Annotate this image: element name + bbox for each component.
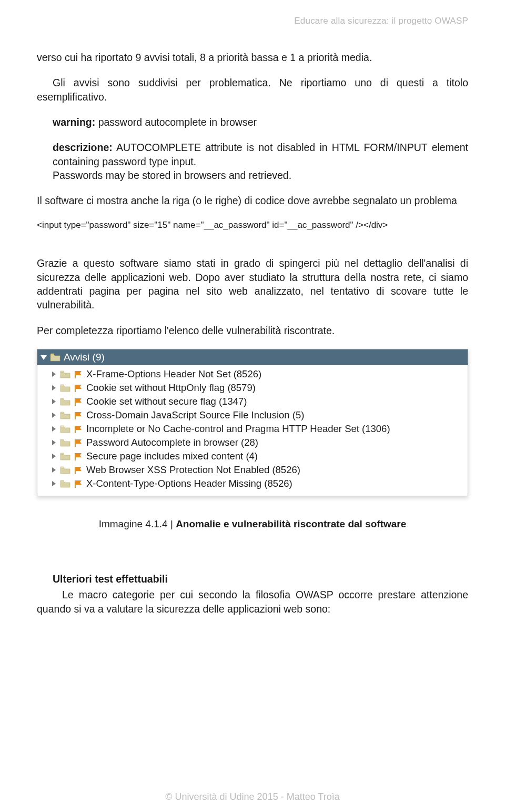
- alert-item-label: X-Content-Type-Options Header Missing (8…: [86, 478, 292, 489]
- caption-bold: Anomalie e vulnerabilità riscontrate dal…: [176, 518, 406, 529]
- folder-open-icon: [50, 353, 60, 362]
- caret-right-icon: [52, 399, 56, 404]
- alert-item[interactable]: Cross-Domain JavaScript Source File Incl…: [37, 408, 468, 422]
- alert-item-label: Incomplete or No Cache-control and Pragm…: [86, 423, 390, 435]
- description-text: AUTOCOMPLETE attribute is not disabled i…: [53, 142, 468, 167]
- caret-right-icon: [52, 454, 56, 459]
- caret-right-icon: [52, 481, 56, 486]
- caption-prefix: Immagine 4.1.4 |: [99, 518, 176, 529]
- figure-caption: Immagine 4.1.4 | Anomalie e vulnerabilit…: [37, 518, 468, 530]
- svg-rect-6: [75, 453, 76, 460]
- folder-icon: [60, 397, 70, 406]
- paragraph: Grazie a questo software siamo stati in …: [37, 256, 468, 312]
- description-line-2: Passwords may be stored in browsers and …: [53, 168, 468, 182]
- caret-right-icon: [52, 385, 56, 390]
- alert-item[interactable]: Secure page includes mixed content (4): [37, 449, 468, 463]
- alerts-tree-title: Avvisi (9): [64, 352, 105, 363]
- flag-icon: [74, 425, 83, 433]
- paragraph: Gli avvisi sono suddivisi per problemati…: [37, 76, 468, 104]
- description-line: descrizione: AUTOCOMPLETE attribute is n…: [53, 141, 468, 168]
- alert-item-label: Cross-Domain JavaScript Source File Incl…: [86, 409, 304, 421]
- folder-icon: [60, 438, 70, 447]
- svg-rect-3: [75, 412, 76, 419]
- warning-text: password autocomplete in browser: [95, 116, 257, 128]
- flag-icon: [74, 479, 83, 488]
- alert-item-label: Password Autocomplete in browser (28): [86, 437, 258, 448]
- caret-right-icon: [52, 413, 56, 418]
- running-header: Educare alla sicurezza: il progetto OWAS…: [37, 16, 468, 26]
- caret-right-icon: [52, 440, 56, 445]
- alerts-tree-screenshot: Avvisi (9) X-Frame-Options Header Not Se…: [37, 349, 468, 496]
- svg-rect-1: [75, 385, 76, 392]
- alert-item[interactable]: Incomplete or No Cache-control and Pragm…: [37, 422, 468, 436]
- paragraph: Per completezza riportiamo l'elenco dell…: [37, 324, 468, 337]
- caret-right-icon: [52, 426, 56, 432]
- folder-icon: [60, 384, 70, 392]
- flag-icon: [74, 384, 83, 392]
- alert-item-label: Cookie set without HttpOnly flag (8579): [86, 382, 256, 394]
- svg-rect-5: [75, 439, 76, 447]
- flag-icon: [74, 466, 83, 474]
- folder-icon: [60, 425, 70, 433]
- paragraph: Le macro categorie per cui secondo la fi…: [37, 588, 468, 616]
- caret-down-icon: [41, 355, 47, 360]
- flag-icon: [74, 411, 83, 419]
- alert-item-label: Web Browser XSS Protection Not Enabled (…: [86, 464, 300, 476]
- alert-item-label: Cookie set without secure flag (1347): [86, 396, 247, 407]
- alert-item-label: Secure page includes mixed content (4): [86, 450, 258, 462]
- section-heading: Ulteriori test effettuabili: [53, 572, 468, 586]
- svg-rect-4: [75, 426, 76, 433]
- folder-icon: [60, 466, 70, 474]
- alert-item[interactable]: Web Browser XSS Protection Not Enabled (…: [37, 463, 468, 477]
- description-label: descrizione:: [53, 142, 113, 153]
- alert-item[interactable]: X-Content-Type-Options Header Missing (8…: [37, 477, 468, 490]
- svg-rect-7: [75, 467, 76, 474]
- alert-item-label: X-Frame-Options Header Not Set (8526): [86, 368, 261, 380]
- caret-right-icon: [52, 372, 56, 377]
- alerts-tree-body: X-Frame-Options Header Not Set (8526) Co…: [37, 365, 468, 496]
- caret-right-icon: [52, 467, 56, 473]
- folder-icon: [60, 479, 70, 488]
- folder-icon: [60, 452, 70, 460]
- alert-item[interactable]: Cookie set without secure flag (1347): [37, 395, 468, 408]
- svg-rect-8: [75, 480, 76, 488]
- alert-item[interactable]: Cookie set without HttpOnly flag (8579): [37, 381, 468, 395]
- page-footer: © Università di Udine 2015 - Matteo Troì…: [0, 791, 505, 803]
- warning-line: warning: password autocomplete in browse…: [37, 115, 468, 129]
- flag-icon: [74, 370, 83, 378]
- alerts-tree-header[interactable]: Avvisi (9): [37, 349, 468, 365]
- folder-icon: [60, 411, 70, 419]
- flag-icon: [74, 397, 83, 406]
- svg-rect-2: [75, 398, 76, 406]
- paragraph: Il software ci mostra anche la riga (o l…: [37, 194, 468, 207]
- paragraph: verso cui ha riportato 9 avvisi totali, …: [37, 51, 468, 64]
- flag-icon: [74, 452, 83, 460]
- code-snippet: <input type="password" size="15" name="_…: [37, 219, 468, 232]
- svg-rect-0: [75, 371, 76, 378]
- folder-icon: [60, 370, 70, 378]
- alert-item[interactable]: X-Frame-Options Header Not Set (8526): [37, 367, 468, 381]
- alert-item[interactable]: Password Autocomplete in browser (28): [37, 436, 468, 449]
- warning-label: warning:: [53, 116, 95, 128]
- flag-icon: [74, 438, 83, 447]
